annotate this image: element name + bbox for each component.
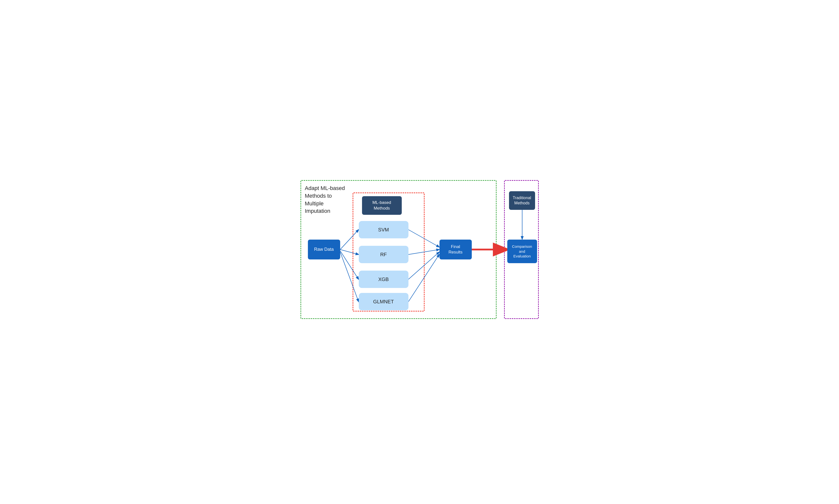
final-results-box: Final Results <box>440 239 472 259</box>
rf-box: RF <box>359 246 408 263</box>
comparison-evaluation-box: Comparison and Evaluation <box>507 239 537 263</box>
ml-header-box: ML-based Methods <box>362 196 402 215</box>
svm-box: SVM <box>359 221 408 238</box>
diagram: Adapt ML-based Methods to Multiple Imput… <box>301 180 539 324</box>
diagram-title: Adapt ML-based Methods to Multiple Imput… <box>305 184 345 215</box>
xgb-box: XGB <box>359 271 408 288</box>
glmnet-box: GLMNET <box>359 293 408 310</box>
raw-data-box: Raw Data <box>308 239 340 259</box>
traditional-methods-box: Traditional Methods <box>509 191 535 210</box>
